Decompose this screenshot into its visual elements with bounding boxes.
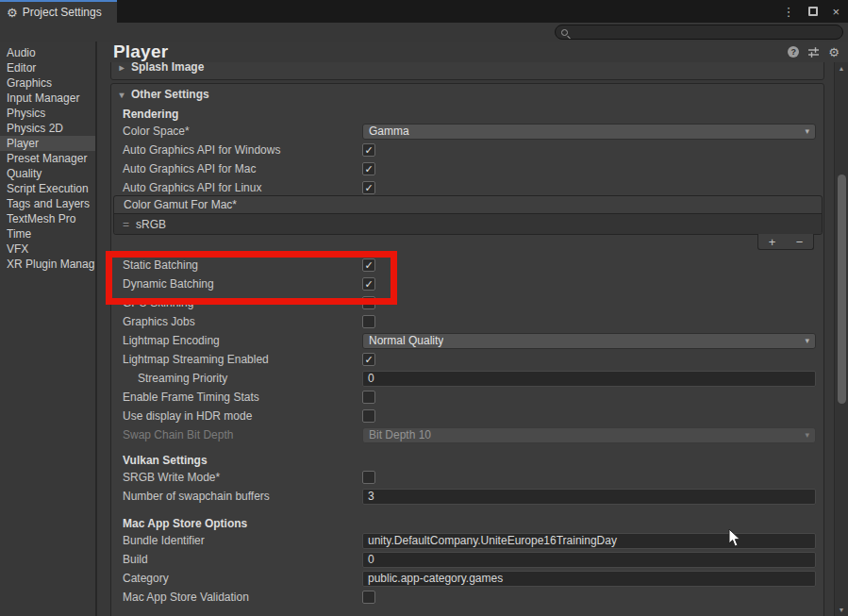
close-icon[interactable]: × (832, 6, 840, 18)
section-label: Rendering (111, 108, 178, 121)
sidebar-item-script-execution[interactable]: Script Execution (0, 181, 95, 196)
search-icon (561, 29, 568, 36)
row-srgb-write-mode: SRGB Write Mode* (111, 468, 823, 487)
search-input[interactable] (572, 25, 842, 39)
row-auto-graphics-api-for-mac: Auto Graphics API for Mac✓ (111, 159, 823, 178)
tab-project-settings[interactable]: ⚙ Project Settings (0, 0, 117, 23)
setting-label: Swap Chain Bit Depth (111, 428, 362, 441)
scroll-up-icon[interactable]: ▲ (835, 65, 848, 72)
row-enable-frame-timing-stats: Enable Frame Timing Stats (111, 388, 823, 407)
dropdown-color-space[interactable]: Gamma▾ (362, 124, 816, 140)
splash-image-label: Splash Image (131, 62, 204, 74)
help-icon[interactable]: ? (788, 46, 799, 58)
field-category[interactable]: public.app-category.games (362, 571, 816, 587)
maximize-icon[interactable] (808, 7, 818, 16)
setting-label: Graphics Jobs (111, 315, 362, 328)
setting-label: Streaming Priority (111, 372, 362, 385)
sidebar-item-player[interactable]: Player (0, 136, 95, 151)
gear-icon: ⚙ (7, 7, 18, 19)
dropdown-value: Bit Depth 10 (369, 428, 431, 441)
chevron-down-icon: ▾ (805, 430, 809, 440)
splash-image-foldout[interactable]: ▸ Splash Image (111, 62, 823, 77)
vertical-scrollbar[interactable]: ▲ ▼ (834, 62, 848, 616)
section-label: Mac App Store Options (111, 517, 247, 530)
sidebar-item-input-manager[interactable]: Input Manager (0, 91, 95, 106)
setting-label: Auto Graphics API for Windows (111, 143, 362, 157)
other-settings-foldout[interactable]: ▾ Other Settings (111, 84, 823, 105)
checkbox-static-batching[interactable]: ✓ (362, 258, 375, 272)
sidebar-item-graphics[interactable]: Graphics (0, 75, 95, 91)
field-number-of-swapchain-buffers[interactable]: 3 (362, 489, 816, 505)
sidebar-item-quality[interactable]: Quality (0, 166, 95, 181)
sidebar-item-physics-2d[interactable]: Physics 2D (0, 121, 95, 136)
field-bundle-identifier[interactable]: unity.DefaultCompany.UniteEurope16Traini… (362, 533, 816, 549)
color-gamut-list: Color Gamut For Mac* = sRGB (113, 195, 823, 235)
checkbox-gpu-skinning[interactable] (362, 296, 375, 309)
sidebar-item-vfx[interactable]: VFX (0, 241, 95, 257)
row-dynamic-batching: Dynamic Batching✓ (111, 275, 823, 293)
checkbox-auto-graphics-api-for-linux[interactable]: ✓ (362, 181, 375, 194)
row-auto-graphics-api-for-linux: Auto Graphics API for Linux✓ (111, 178, 823, 197)
dropdown-lightmap-encoding[interactable]: Normal Quality▾ (362, 333, 816, 349)
setting-label: Lightmap Streaming Enabled (111, 353, 362, 366)
row-build: Build0 (111, 550, 823, 569)
dropdown-swap-chain-bit-depth: Bit Depth 10▾ (362, 427, 816, 443)
row-color-space: Color Space*Gamma▾ (111, 122, 823, 141)
chevron-down-icon: ▾ (805, 126, 809, 136)
search-box[interactable] (555, 25, 843, 40)
checkbox-graphics-jobs[interactable] (362, 315, 375, 328)
section-label: Vulkan Settings (111, 454, 208, 467)
field-streaming-priority[interactable]: 0 (362, 371, 816, 387)
section-header-vulkan-settings: Vulkan Settings (111, 453, 823, 468)
section-header-rendering: Rendering (111, 107, 823, 122)
scrollbar-thumb[interactable] (838, 175, 846, 404)
remove-item-button[interactable]: − (796, 236, 804, 248)
checkbox-dynamic-batching[interactable]: ✓ (362, 277, 375, 291)
tab-label: Project Settings (23, 6, 102, 19)
setting-label: GPU Skinning (111, 296, 362, 309)
sidebar-item-tags-and-layers[interactable]: Tags and Layers (0, 196, 95, 211)
main-panel: Player ? ⚙ ▸ Spl (97, 42, 848, 616)
row-streaming-priority: Streaming Priority0 (111, 369, 823, 388)
setting-label: Mac App Store Validation (111, 591, 362, 604)
drag-handle-icon[interactable]: = (123, 218, 129, 231)
checkbox-auto-graphics-api-for-windows[interactable]: ✓ (362, 143, 375, 157)
checkbox-mac-app-store-validation[interactable] (362, 591, 375, 604)
sidebar-item-physics[interactable]: Physics (0, 106, 95, 121)
sidebar-item-xr-plugin-manag[interactable]: XR Plugin Manag (0, 257, 95, 272)
row-gpu-skinning: GPU Skinning (111, 293, 823, 312)
add-item-button[interactable]: + (769, 236, 776, 248)
field-build[interactable]: 0 (362, 552, 816, 568)
sidebar-item-audio[interactable]: Audio (0, 45, 95, 60)
scroll-down-icon[interactable]: ▼ (835, 607, 848, 613)
row-mac-app-store-validation: Mac App Store Validation (111, 588, 823, 607)
row-category: Categorypublic.app-category.games (111, 569, 823, 588)
setting-label: Enable Frame Timing Stats (111, 391, 362, 404)
settings-scroll-area: ▸ Splash Image ▾ Other Settings Renderin… (97, 62, 834, 616)
titlebar: ⚙ Project Settings ⋮ × (0, 0, 848, 23)
kebab-menu-icon[interactable]: ⋮ (782, 6, 794, 18)
section-splash-image: ▸ Splash Image (110, 62, 824, 80)
list-item[interactable]: = sRGB (114, 214, 822, 234)
row-bundle-identifier: Bundle Identifierunity.DefaultCompany.Un… (111, 531, 823, 550)
checkbox-auto-graphics-api-for-mac[interactable]: ✓ (362, 162, 375, 175)
sidebar: AudioEditorGraphicsInput ManagerPhysicsP… (0, 42, 95, 616)
checkbox-lightmap-streaming-enabled[interactable]: ✓ (362, 353, 375, 366)
checkbox-srgb-write-mode[interactable] (362, 471, 375, 484)
sidebar-item-editor[interactable]: Editor (0, 60, 95, 75)
presets-icon[interactable] (807, 46, 820, 58)
chevron-down-icon: ▾ (117, 90, 126, 100)
sidebar-item-time[interactable]: Time (0, 226, 95, 241)
checkbox-use-display-in-hdr-mode[interactable] (362, 409, 375, 423)
setting-label: Use display in HDR mode (111, 409, 362, 423)
setting-label: Bundle Identifier (111, 534, 362, 547)
setting-label: SRGB Write Mode* (111, 471, 362, 484)
sidebar-item-preset-manager[interactable]: Preset Manager (0, 151, 95, 166)
dropdown-value: Gamma (369, 125, 409, 138)
other-settings-label: Other Settings (131, 88, 209, 101)
row-lightmap-encoding: Lightmap EncodingNormal Quality▾ (111, 331, 823, 350)
rows-rendering: RenderingColor Space*Gamma▾Auto Graphics… (111, 107, 823, 197)
checkbox-enable-frame-timing-stats[interactable] (362, 391, 375, 404)
settings-gear-icon[interactable]: ⚙ (828, 46, 840, 58)
sidebar-item-textmesh-pro[interactable]: TextMesh Pro (0, 211, 95, 226)
